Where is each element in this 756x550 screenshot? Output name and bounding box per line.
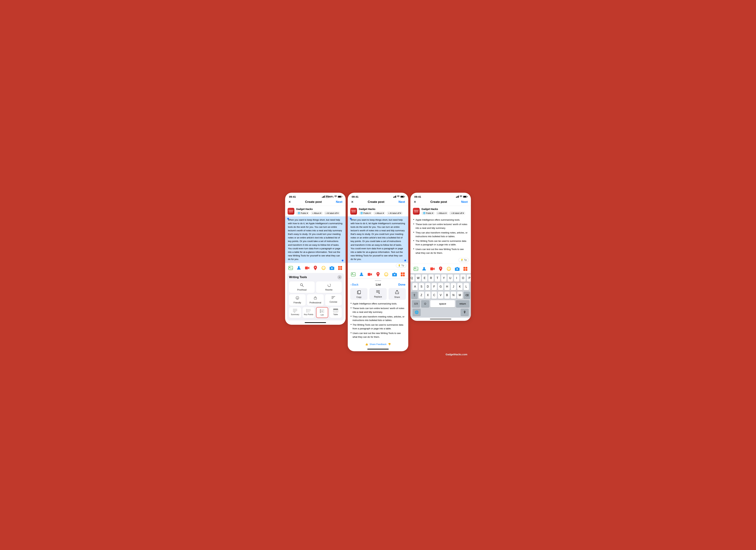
key-x-3[interactable]: X — [425, 292, 431, 299]
key-b-3[interactable]: B — [444, 292, 450, 299]
key-l-3[interactable]: L — [464, 283, 469, 290]
rewrite-button-1[interactable]: Rewrite — [316, 281, 342, 293]
emoji-key-3[interactable]: ☺ — [421, 300, 429, 307]
tip-area-3: 💡Tip — [410, 257, 471, 264]
back-button-2[interactable]: ‹ Back — [351, 283, 358, 286]
close-button-3[interactable]: ✕ — [414, 200, 416, 204]
key-m-3[interactable]: M — [457, 292, 463, 299]
emoji-icon-2[interactable] — [383, 271, 390, 278]
key-g-3[interactable]: G — [438, 283, 443, 290]
key-w-3[interactable]: W — [416, 275, 421, 282]
concise-button-1[interactable]: Concise — [325, 294, 342, 306]
feedback-row-2[interactable]: 👍 Share Feedback 👎 — [348, 341, 408, 346]
video-icon-1[interactable] — [304, 265, 311, 271]
gallery-icon-2[interactable] — [350, 271, 357, 278]
tip-area-2: 💡Tip — [348, 263, 408, 269]
pill-public-1[interactable]: 🌐Public▾ — [296, 211, 309, 215]
keypoints-button-1[interactable]: Key Points — [303, 307, 315, 318]
location-icon-2[interactable] — [374, 271, 382, 278]
key-i-3[interactable]: I — [454, 275, 459, 282]
key-d-3[interactable]: D — [425, 283, 431, 290]
key-o-3[interactable]: O — [460, 275, 466, 282]
nav-title-1: Create post — [305, 200, 322, 204]
summary-button-1[interactable]: Summary — [289, 307, 301, 318]
return-key-3[interactable]: return — [456, 300, 469, 307]
next-button-3[interactable]: Next — [461, 200, 468, 204]
key-c-3[interactable]: C — [432, 292, 437, 299]
professional-button-1[interactable]: Professional — [307, 294, 324, 306]
location-icon-1[interactable] — [312, 265, 319, 271]
grid-icon-3[interactable] — [462, 266, 469, 272]
key-e-3[interactable]: E — [422, 275, 427, 282]
camera-icon-1[interactable] — [328, 265, 335, 271]
grid-icon-1[interactable] — [337, 265, 344, 271]
svg-rect-62 — [401, 275, 403, 276]
pill-public-2[interactable]: 🌐Public▾ — [359, 211, 372, 215]
key-z-3[interactable]: Z — [419, 292, 424, 299]
pill-album-2[interactable]: + Album▾ — [373, 211, 385, 215]
key-h-3[interactable]: H — [444, 283, 450, 290]
backspace-key-3[interactable]: ⌫ — [464, 292, 470, 299]
next-button-1[interactable]: Next — [336, 200, 342, 204]
pill-ailabel-2[interactable]: + AI label off▾ — [387, 211, 403, 215]
key-t-3[interactable]: T — [435, 275, 440, 282]
text-area-1[interactable]: When you want to keep things short, but … — [285, 216, 346, 263]
camera-icon-3[interactable] — [454, 266, 461, 272]
close-button-1[interactable]: ✕ — [288, 200, 291, 204]
key-v-3[interactable]: V — [438, 292, 443, 299]
proofread-button-1[interactable]: Proofread — [289, 281, 315, 293]
wt-close-1[interactable]: ✕ — [337, 275, 342, 279]
tip-button-3[interactable]: 💡Tip — [459, 258, 469, 262]
copy-label-2: Copy — [356, 296, 361, 298]
space-key-3[interactable]: space — [430, 300, 455, 307]
person-icon-1[interactable] — [295, 265, 302, 271]
emoji-icon-3[interactable] — [445, 266, 452, 272]
key-k-3[interactable]: K — [457, 283, 463, 290]
key-u-3[interactable]: U — [448, 275, 453, 282]
num-key-3[interactable]: 123 — [412, 300, 420, 307]
pill-album-3[interactable]: + Album▾ — [436, 211, 448, 215]
cursor-top-1 — [287, 218, 289, 220]
wifi-icon-2 — [397, 195, 400, 198]
location-icon-3[interactable] — [437, 266, 444, 272]
mic-key-3[interactable]: 🎙 — [461, 309, 469, 316]
video-icon-3[interactable] — [429, 266, 436, 272]
pill-album-1[interactable]: + Album▾ — [311, 211, 323, 215]
pill-ailabel-1[interactable]: + AI label off▾ — [324, 211, 340, 215]
tip-button-2[interactable]: 💡Tip — [396, 264, 406, 267]
globe-key-3[interactable]: 🌐 — [413, 309, 421, 316]
copy-button-2[interactable]: Copy — [350, 288, 367, 300]
done-button-2[interactable]: Done — [398, 283, 405, 286]
gallery-icon-1[interactable] — [287, 265, 294, 271]
key-s-3[interactable]: S — [419, 283, 424, 290]
pill-public-3[interactable]: 🌐Public▾ — [421, 211, 435, 215]
video-icon-2[interactable] — [366, 271, 373, 278]
gallery-icon-3[interactable] — [412, 266, 419, 272]
key-f-3[interactable]: F — [432, 283, 437, 290]
shift-key-3[interactable]: ⇧ — [411, 292, 418, 299]
text-area-2[interactable]: When you want to keep things short, but … — [348, 216, 408, 263]
key-r-3[interactable]: R — [428, 275, 434, 282]
person-icon-3[interactable] — [421, 266, 428, 272]
key-p-3[interactable]: P — [467, 275, 471, 282]
friendly-button-1[interactable]: Friendly — [289, 294, 306, 306]
key-n-3[interactable]: N — [451, 292, 456, 299]
list-button-1[interactable]: List — [316, 307, 328, 318]
key-q-3[interactable]: Q — [410, 275, 414, 282]
share-button-2[interactable]: Share — [389, 288, 406, 300]
person-icon-2[interactable] — [358, 271, 365, 278]
next-button-2[interactable]: Next — [398, 200, 405, 204]
key-j-3[interactable]: J — [451, 283, 456, 290]
emoji-icon-1[interactable] — [320, 265, 327, 271]
phone-3: 09:41 ✕ Create post Next — [410, 193, 471, 321]
key-y-3[interactable]: Y — [441, 275, 447, 282]
profile-info-1: Gadget Hacks 🌐Public▾ + Album▾ + AI labe… — [296, 208, 343, 215]
key-a-3[interactable]: A — [412, 283, 418, 290]
grid-icon-2[interactable] — [399, 271, 406, 278]
replace-button-2[interactable]: Replace — [369, 288, 387, 300]
camera-icon-2[interactable] — [391, 271, 398, 278]
close-button-2[interactable]: ✕ — [351, 200, 354, 204]
pill-ailabel-3[interactable]: + AI label off▾ — [449, 211, 465, 215]
keyboard-bottom-row-3: 🌐 🎙 — [411, 309, 470, 317]
table-button-1[interactable]: Table — [330, 307, 342, 318]
